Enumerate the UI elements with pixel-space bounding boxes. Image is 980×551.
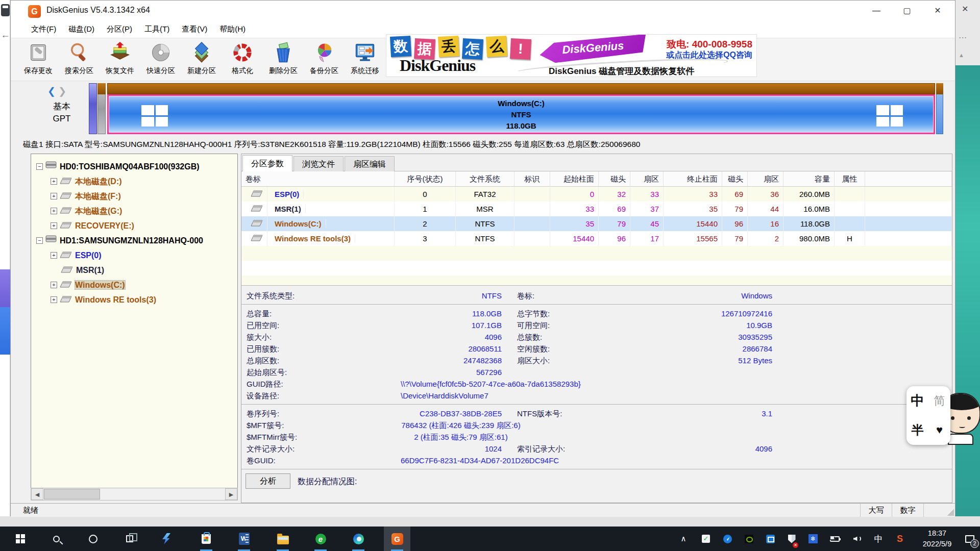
toolbar-button-new-partition[interactable]: 新建分区 [181, 40, 222, 80]
resize-grip[interactable] [947, 509, 954, 516]
ime-language-icon[interactable]: 中 [868, 527, 889, 551]
column-header[interactable]: 起始柱面 [550, 171, 599, 186]
column-header[interactable]: 卷标 [241, 171, 395, 186]
partition-bar-windows-re[interactable] [936, 83, 943, 134]
table-row[interactable]: MSR(1)1MSR33693735794416.0MB [241, 202, 952, 216]
menu-item[interactable]: 工具(T) [138, 22, 176, 37]
tree-item[interactable]: +Windows RE tools(3) [31, 291, 238, 306]
tab-浏览文件[interactable]: 浏览文件 [293, 156, 344, 171]
maximize-button[interactable]: ▢ [892, 1, 922, 21]
browser-e-icon[interactable]: e [307, 527, 334, 551]
tree-item-label[interactable]: ESP(0) [75, 251, 102, 260]
menu-item[interactable]: 文件(F) [25, 22, 62, 37]
scroll-up-icon[interactable]: ▲ [959, 52, 964, 58]
tree-item[interactable]: MSR(1) [31, 262, 238, 277]
menu-item[interactable]: 查看(V) [176, 22, 213, 37]
tree-item[interactable]: +本地磁盘(D:) [31, 173, 238, 188]
scrollbar-thumb[interactable] [44, 489, 100, 499]
toolbar-button-format[interactable]: 格式化 [222, 40, 263, 80]
browser-back-icon[interactable]: ← [1, 30, 10, 40]
tree-item-label[interactable]: 本地磁盘(D:) [75, 177, 122, 186]
analyze-button[interactable]: 分析 [246, 473, 290, 489]
search-icon[interactable] [43, 527, 69, 551]
close-button[interactable]: ✕ [922, 1, 953, 21]
tree-item[interactable]: −HD0:TOSHIBAMQ04ABF100(932GB) [31, 158, 238, 173]
tree-item[interactable]: −HD1:SAMSUNGMZNLN128HAHQ-000 [31, 232, 238, 247]
toolbar-button-save[interactable]: 保存更改 [18, 40, 59, 80]
task-view-icon[interactable] [116, 527, 143, 551]
column-header[interactable]: 扇区 [630, 171, 664, 186]
column-header[interactable]: 文件系统 [456, 171, 514, 186]
column-header[interactable]: 扇区 [748, 171, 783, 186]
expand-icon[interactable]: + [51, 178, 57, 185]
table-row[interactable]: Windows(C:)2NTFS357945154409616118.0GB [241, 216, 952, 231]
tree-item-label[interactable]: MSR(1) [76, 266, 104, 274]
partition-name-cell[interactable]: ESP(0) [241, 187, 395, 202]
collapse-icon[interactable]: − [36, 163, 43, 170]
column-header[interactable]: 属性 [835, 171, 865, 186]
toolbar-button-delete-partition[interactable]: 删除分区 [263, 40, 304, 80]
partition-bar-windows-c[interactable]: Windows(C:) NTFS 118.0GB [107, 83, 935, 134]
minimize-button[interactable]: — [861, 1, 892, 21]
ime-simplified-icon[interactable]: 简 [934, 393, 945, 409]
partition-name-cell[interactable]: MSR(1) [241, 202, 395, 216]
tree-item-label[interactable]: HD1:SAMSUNGMZNLN128HAHQ-000 [60, 236, 203, 245]
selected-partition-bar[interactable]: Windows(C:) NTFS 118.0GB [107, 94, 935, 134]
intel-graphics-icon[interactable] [760, 527, 781, 551]
partition-bar-msr[interactable] [97, 83, 106, 134]
file-explorer-icon[interactable] [270, 527, 296, 551]
browser-close-icon[interactable]: ✕ [962, 4, 968, 14]
tree-item[interactable]: +RECOVERY(E:) [31, 217, 238, 232]
word-icon[interactable]: W [231, 527, 257, 551]
expand-icon[interactable]: + [51, 296, 57, 303]
disk-nav-arrows[interactable]: ❮ ❯ [47, 85, 66, 97]
tree-item-label[interactable]: HD0:TOSHIBAMQ04ABF100(932GB) [60, 162, 200, 171]
expand-icon[interactable]: + [51, 193, 57, 199]
banner-qq-link[interactable]: 或点击此处选择QQ咨询 [666, 50, 752, 61]
expand-icon[interactable]: + [51, 222, 57, 229]
antivirus-check-icon[interactable]: ✓ [695, 527, 717, 551]
column-header[interactable]: 磁头 [722, 171, 748, 186]
scroll-right-icon[interactable]: ▶ [225, 488, 237, 500]
messenger-bird-icon[interactable] [717, 527, 738, 551]
flash-app-icon[interactable] [153, 527, 180, 551]
diskgenius-taskbar-icon[interactable]: G [384, 527, 410, 551]
column-header[interactable]: 序号(状态) [395, 171, 456, 186]
next-disk-icon[interactable]: ❯ [58, 86, 66, 96]
store-icon[interactable] [193, 527, 219, 551]
prev-disk-icon[interactable]: ❮ [47, 86, 56, 96]
menu-item[interactable]: 磁盘(D) [62, 22, 101, 37]
volume-icon[interactable] [846, 527, 868, 551]
cortana-icon[interactable] [80, 527, 106, 551]
scroll-left-icon[interactable]: ◀ [31, 488, 43, 500]
toolbar-button-search-partition[interactable]: 搜索分区 [59, 40, 100, 80]
ime-halfwidth-icon[interactable]: 半 [912, 422, 924, 438]
security-shield-icon[interactable]: ✕ [781, 527, 802, 551]
toolbar-button-quick-partition[interactable]: 快速分区 [140, 40, 181, 80]
menu-item[interactable]: 帮助(H) [213, 22, 252, 37]
column-header[interactable]: 容量 [783, 171, 835, 186]
tree-item-label[interactable]: 本地磁盘(G:) [75, 207, 122, 215]
toolbar-button-recover-files[interactable]: 恢复文件 [100, 40, 140, 80]
collapse-icon[interactable]: − [36, 237, 43, 244]
partition-name-cell[interactable]: Windows RE tools(3) [241, 231, 395, 246]
tree-item-label[interactable]: Windows(C:) [75, 281, 125, 289]
ime-heart-icon[interactable]: ♥ [936, 423, 943, 437]
partition-name-cell[interactable]: Windows(C:) [241, 216, 395, 231]
ime-chinese-icon[interactable]: 中 [911, 392, 924, 410]
toolbar-button-system-migrate[interactable]: 系统迁移 [345, 40, 385, 80]
toolbar-button-backup-partition[interactable]: 备份分区 [304, 40, 345, 80]
tree-item[interactable]: +本地磁盘(G:) [31, 203, 238, 217]
menu-item[interactable]: 分区(P) [101, 22, 138, 37]
tree-item-label[interactable]: RECOVERY(E:) [75, 221, 134, 230]
tree-item[interactable]: +Windows(C:) [31, 277, 238, 291]
notification-center-icon[interactable]: 2 [960, 527, 980, 551]
battery-icon[interactable] [824, 527, 845, 551]
browser-more-icon[interactable]: ⋯ [959, 33, 967, 42]
ad-banner[interactable]: 数据丢怎么! DiskGenius DiskGenius DiskGenius … [386, 34, 757, 77]
nvidia-icon[interactable] [738, 527, 760, 551]
tree-item-label[interactable]: 本地磁盘(F:) [75, 192, 121, 201]
tab-分区参数[interactable]: 分区参数 [242, 155, 292, 172]
tree-item[interactable]: +ESP(0) [31, 247, 238, 262]
expand-icon[interactable]: + [51, 252, 57, 259]
